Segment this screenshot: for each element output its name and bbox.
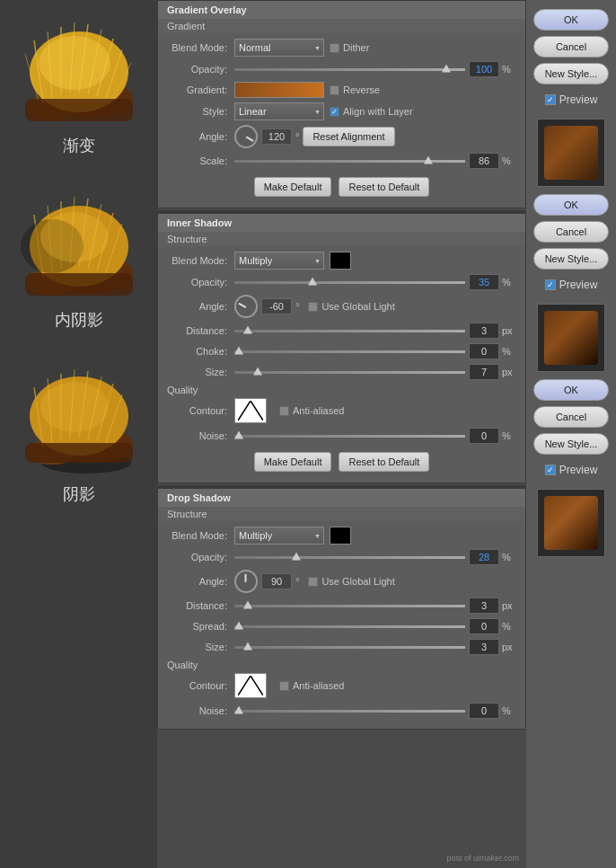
p2-size-row: Size: 7 px	[167, 364, 516, 380]
p3-size-unit: px	[502, 642, 516, 652]
scale-slider[interactable]	[234, 160, 465, 163]
p2-size-slider[interactable]	[234, 371, 465, 374]
p3-quality-title: Quality	[167, 660, 516, 670]
reverse-checkbox[interactable]	[330, 85, 339, 95]
p3-spread-slider[interactable]	[234, 625, 465, 628]
p3-distance-value[interactable]: 3	[469, 598, 499, 614]
p2-choke-row: Choke: 0 %	[167, 343, 516, 359]
dither-checkbox[interactable]	[330, 43, 339, 53]
p3-angle-input[interactable]	[261, 573, 292, 589]
reset-default-btn-2[interactable]: Reset to Default	[339, 452, 429, 472]
p3-button-group: OK Cancel New Style... Preview	[526, 372, 616, 557]
p1-preview-swatch	[537, 119, 605, 187]
p3-opacity-label: Opacity:	[167, 552, 234, 562]
p3-spread-value[interactable]: 0	[469, 618, 499, 634]
opacity-slider[interactable]	[234, 68, 465, 71]
opacity-value[interactable]: 100	[469, 61, 499, 77]
svg-rect-28	[25, 273, 133, 296]
p2-ok-button[interactable]: OK	[533, 194, 609, 216]
p2-quality-title: Quality	[167, 385, 516, 395]
p3-angle-dial[interactable]	[234, 570, 258, 593]
p2-distance-unit: px	[502, 325, 516, 336]
inner-shadow-artwork	[16, 188, 142, 305]
p3-blend-select-wrapper: Multiply Normal	[234, 527, 324, 545]
p3-contour-swatch[interactable]	[234, 673, 267, 698]
p1-ok-button[interactable]: OK	[533, 9, 609, 31]
p2-noise-value[interactable]: 0	[469, 428, 499, 444]
p3-blend-select[interactable]: Multiply Normal	[234, 527, 324, 545]
p1-new-style-button[interactable]: New Style...	[533, 63, 609, 84]
p2-noise-slider[interactable]	[234, 435, 465, 438]
p2-antialias-row: Anti-aliased	[279, 405, 344, 416]
p3-noise-value[interactable]: 0	[469, 703, 499, 719]
drop-shadow-artwork	[16, 362, 142, 479]
p2-opacity-value[interactable]: 35	[469, 274, 499, 290]
style-select[interactable]: Linear Radial Angle	[234, 102, 324, 120]
p3-noise-row: Noise: 0 %	[167, 703, 516, 719]
p2-choke-slider[interactable]	[234, 350, 465, 353]
p2-cancel-button[interactable]: Cancel	[533, 221, 609, 243]
p3-preview-checkbox[interactable]	[545, 465, 556, 475]
p3-ok-button[interactable]: OK	[533, 379, 609, 401]
p2-size-value[interactable]: 7	[469, 364, 499, 380]
angle-dial[interactable]	[234, 125, 258, 148]
p1-cancel-button[interactable]: Cancel	[533, 36, 609, 58]
p3-opacity-value[interactable]: 28	[469, 549, 499, 565]
make-default-btn-1[interactable]: Make Default	[254, 177, 332, 197]
inner-shadow-section: 内阴影	[0, 174, 157, 349]
p3-antialias-checkbox[interactable]	[279, 681, 289, 691]
p2-contour-row: Contour: Anti-aliased	[167, 398, 516, 423]
p2-angle-input[interactable]	[261, 298, 292, 314]
p1-preview-checkbox[interactable]	[545, 94, 556, 105]
p3-cancel-button[interactable]: Cancel	[533, 406, 609, 428]
drop-shadow-title: Drop Shadow	[158, 489, 525, 507]
p2-antialias-checkbox[interactable]	[279, 406, 289, 416]
p2-size-unit: px	[502, 367, 516, 377]
p2-preview-checkbox[interactable]	[545, 279, 556, 290]
p3-size-slider[interactable]	[234, 646, 465, 649]
align-checkbox[interactable]	[330, 107, 339, 117]
blend-mode-select-wrapper: Normal Multiply Screen	[234, 39, 324, 57]
p2-blend-row: Blend Mode: Multiply Normal	[167, 252, 516, 270]
left-panel: 渐变 内阴影	[0, 0, 157, 868]
reset-default-btn-1[interactable]: Reset to Default	[339, 177, 429, 197]
p2-color-swatch[interactable]	[330, 252, 351, 270]
p3-noise-slider[interactable]	[234, 710, 465, 713]
reset-alignment-button[interactable]: Reset Alignment	[303, 127, 394, 146]
p2-distance-slider[interactable]	[234, 330, 465, 332]
p3-antialias-label: Anti-aliased	[293, 680, 344, 691]
align-checkbox-row: Align with Layer	[330, 106, 413, 117]
p2-size-label: Size:	[167, 367, 234, 377]
p3-color-swatch[interactable]	[330, 527, 351, 545]
p2-blend-select[interactable]: Multiply Normal	[234, 252, 324, 270]
p2-global-light-checkbox[interactable]	[308, 302, 318, 312]
scale-row: Scale: 86 %	[167, 153, 516, 169]
gradient-overlay-title: Gradient Overlay	[158, 1, 525, 19]
drop-shadow-subtitle: Structure	[158, 507, 525, 521]
p3-angle-label: Angle:	[167, 576, 234, 587]
svg-point-13	[39, 36, 110, 90]
p2-distance-value[interactable]: 3	[469, 323, 499, 339]
p2-distance-label: Distance:	[167, 325, 234, 336]
angle-row: Angle: 120 ° Reset Alignment	[167, 125, 516, 148]
p3-global-light-checkbox[interactable]	[308, 577, 318, 587]
p2-new-style-button[interactable]: New Style...	[533, 248, 609, 270]
p2-global-light-label: Use Global Light	[321, 301, 394, 312]
angle-input[interactable]: 120	[261, 128, 292, 145]
p3-distance-row: Distance: 3 px	[167, 598, 516, 614]
p3-global-light-label: Use Global Light	[321, 576, 394, 587]
p3-new-style-button[interactable]: New Style...	[533, 433, 609, 455]
p3-distance-slider[interactable]	[234, 605, 465, 607]
blend-mode-select[interactable]: Normal Multiply Screen	[234, 39, 324, 57]
scale-value[interactable]: 86	[469, 153, 499, 169]
p3-size-value[interactable]: 3	[469, 639, 499, 655]
make-default-btn-2[interactable]: Make Default	[254, 452, 332, 472]
p2-choke-value[interactable]: 0	[469, 343, 499, 359]
p2-opacity-slider[interactable]	[234, 281, 465, 284]
p2-contour-swatch[interactable]	[234, 398, 267, 423]
p3-opacity-slider[interactable]	[234, 556, 465, 559]
gradient-swatch[interactable]	[234, 82, 324, 98]
blend-mode-label: Blend Mode:	[167, 42, 234, 53]
p2-angle-dial[interactable]	[234, 295, 258, 318]
p3-preview-label: Preview	[559, 464, 598, 476]
